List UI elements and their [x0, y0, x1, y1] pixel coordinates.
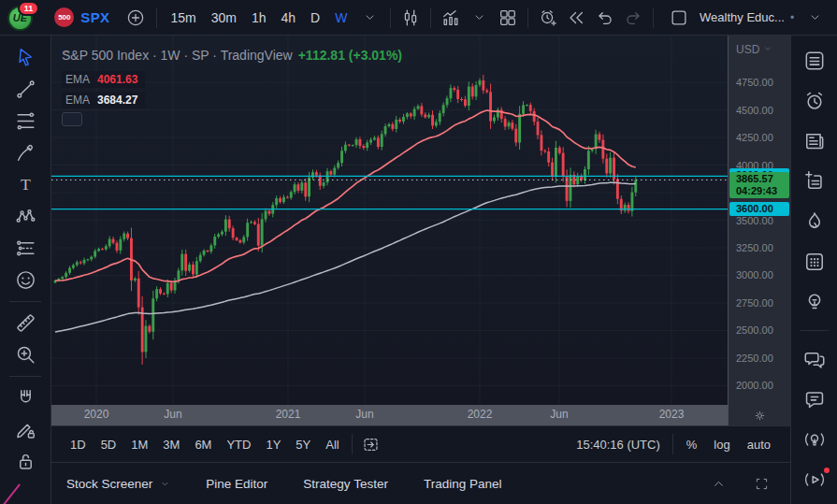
interval-w[interactable]: W	[327, 5, 354, 31]
bottom-toolbar: 1D5D1M3M6MYTD1Y5YAll 15:40:16 (UTC) %log…	[51, 425, 790, 462]
create-alert-icon[interactable]	[535, 3, 561, 33]
pattern-tool-icon[interactable]	[7, 202, 43, 231]
forecast-tool-icon[interactable]	[7, 234, 43, 263]
price-tick: 2500.00	[736, 324, 773, 336]
drawing-toolbar: T	[0, 36, 51, 504]
range-all[interactable]: All	[318, 434, 346, 455]
right-sidebar	[790, 36, 837, 504]
magnet-mode-icon[interactable]	[7, 383, 43, 412]
last-price-label: 3865.57 04:29:43	[729, 172, 789, 198]
tabs-list: Stock ScreenerPine EditorStrategy Tester…	[66, 477, 537, 491]
calendar-icon[interactable]	[799, 248, 830, 276]
redo-icon[interactable]	[620, 3, 646, 33]
interval-30m[interactable]: 30m	[204, 5, 244, 31]
main-body: T S&P 500 Index · 1W · SP · TradingView+…	[0, 36, 837, 504]
bar-replay-icon[interactable]	[563, 3, 589, 33]
lock-all-drawings-icon[interactable]	[7, 447, 43, 476]
price-line-label-lower[interactable]: 3600.00	[729, 202, 789, 216]
indicators-icon[interactable]	[438, 3, 464, 33]
drawing-scribble	[0, 483, 21, 504]
public-chats-icon[interactable]	[799, 345, 830, 373]
hotlists-icon[interactable]	[799, 208, 830, 236]
range-5y[interactable]: 5Y	[288, 434, 318, 455]
watchlist-icon[interactable]	[799, 47, 830, 75]
chart-canvas[interactable]: S&P 500 Index · 1W · SP · TradingView+11…	[51, 36, 728, 405]
emoji-tool-icon[interactable]	[7, 266, 43, 295]
brush-tool-icon[interactable]	[7, 138, 43, 167]
notification-badge: 11	[18, 1, 40, 16]
interval-4h[interactable]: 4h	[274, 5, 304, 31]
layout-grid-icon[interactable]	[495, 3, 521, 33]
sp500-logo-icon: 500	[54, 7, 74, 27]
time-scale[interactable]: 2020Jun2021Jun2022Jun2023	[51, 405, 728, 425]
interval-15m[interactable]: 15m	[163, 5, 203, 31]
interval-d[interactable]: D	[303, 5, 327, 31]
stay-in-drawing-mode-icon[interactable]	[7, 415, 43, 444]
currency-selector[interactable]: USD	[736, 43, 772, 56]
scale-percent[interactable]: %	[678, 434, 706, 455]
compare-add-icon[interactable]	[123, 3, 149, 33]
price-tick: 3000.00	[736, 269, 773, 281]
go-to-date-icon[interactable]	[357, 430, 385, 458]
scale-buttons: %logauto	[678, 434, 779, 455]
toolbar-divider	[9, 301, 41, 302]
panel-maximize-icon[interactable]	[747, 469, 775, 497]
time-tick: Jun	[355, 408, 373, 421]
scale-controls: 15:40:16 (UTC) %logauto	[569, 434, 779, 455]
cursor-tool-icon[interactable]	[7, 43, 43, 72]
clock[interactable]: 15:40:16 (UTC)	[569, 438, 668, 452]
range-5d[interactable]: 5D	[94, 434, 124, 455]
range-3m[interactable]: 3M	[155, 434, 187, 455]
layout-name[interactable]: Wealthy Educ...	[700, 10, 785, 24]
trend-line-tool-icon[interactable]	[7, 75, 43, 104]
scales-settings-icon[interactable]	[728, 405, 790, 425]
time-tick: Jun	[164, 408, 181, 421]
panel-collapse-icon[interactable]	[704, 469, 732, 497]
private-chat-icon[interactable]	[799, 385, 830, 413]
symbol-search-button[interactable]: 500 SPX	[47, 6, 117, 29]
price-scale[interactable]: 2000.002250.002500.002750.003000.003250.…	[728, 36, 790, 405]
range-1m[interactable]: 1M	[123, 434, 155, 455]
interval-chevron-down-icon[interactable]	[356, 3, 382, 33]
measure-tool-icon[interactable]	[7, 309, 43, 338]
range-1y[interactable]: 1Y	[258, 434, 288, 455]
last-price-value: 3865.57	[736, 173, 789, 185]
text-tool-icon[interactable]: T	[7, 170, 43, 199]
fib-retracement-tool-icon[interactable]	[7, 107, 43, 136]
divider	[390, 7, 391, 28]
tab-pine-editor[interactable]: Pine Editor	[206, 477, 267, 491]
chart-style-candles-icon[interactable]	[397, 3, 424, 33]
panel-controls	[704, 469, 775, 497]
indicators-chevron-down-icon[interactable]	[466, 3, 492, 33]
divider	[653, 7, 654, 28]
price-tick: 4500.00	[736, 105, 773, 116]
tab-strategy-tester[interactable]: Strategy Tester	[303, 477, 388, 491]
zoom-in-tool-icon[interactable]	[7, 340, 43, 369]
legend-collapse-button[interactable]	[62, 112, 82, 126]
live-streams-icon[interactable]	[799, 466, 830, 494]
user-menu-button[interactable]: UE 11	[7, 4, 34, 32]
save-layout-checkbox-icon[interactable]	[664, 3, 694, 33]
tab-trading-panel[interactable]: Trading Panel	[424, 477, 502, 491]
sidebar-divider	[801, 330, 829, 331]
tab-stock-screener[interactable]: Stock Screener	[66, 477, 170, 491]
range-ytd[interactable]: YTD	[219, 434, 258, 455]
scale-log[interactable]: log	[705, 434, 738, 455]
top-toolbar: UE 11 500 SPX 15m30m1h4hDW Wealthy Educ.…	[0, 0, 837, 36]
interval-1h[interactable]: 1h	[244, 5, 274, 31]
interval-switcher: 15m30m1h4hDW	[163, 5, 354, 31]
price-tick: 3500.00	[736, 215, 773, 226]
news-icon[interactable]	[799, 127, 830, 155]
range-1d[interactable]: 1D	[63, 434, 94, 455]
alerts-icon[interactable]	[799, 87, 830, 115]
range-6m[interactable]: 6M	[187, 434, 219, 455]
ideas-icon[interactable]	[799, 288, 830, 316]
undo-icon[interactable]	[591, 3, 617, 33]
text-notes-icon[interactable]	[799, 167, 830, 195]
time-tick: Jun	[550, 408, 568, 421]
scale-auto[interactable]: auto	[739, 434, 779, 455]
price-tick: 2250.00	[736, 353, 773, 364]
time-tick: 2021	[276, 408, 301, 421]
ideas-stream-icon[interactable]	[799, 425, 830, 454]
layout-chevron-down-icon[interactable]	[800, 3, 830, 33]
